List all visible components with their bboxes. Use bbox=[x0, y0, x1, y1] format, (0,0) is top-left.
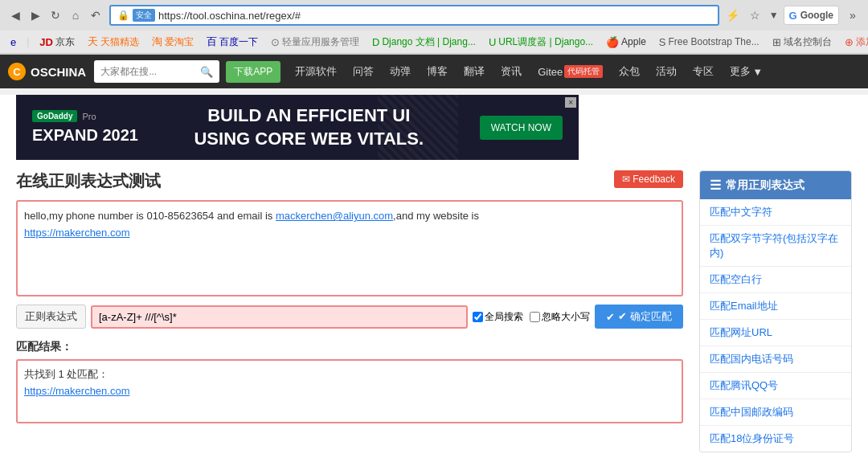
nav-buttons: ◀ ▶ ↻ ⌂ ↶ bbox=[6, 6, 104, 24]
bookmark-django[interactable]: D Django 文档 | Djang... bbox=[368, 34, 480, 51]
match-button[interactable]: ✔ ✔ 确定匹配 bbox=[595, 305, 683, 329]
oschina-logo[interactable]: C OSCHINA bbox=[8, 63, 86, 80]
text-input-area[interactable]: hello,my phone number is 010-85623654 an… bbox=[16, 200, 683, 296]
bookmark-tmall[interactable]: 天 天猫精选 bbox=[84, 33, 143, 51]
history-button[interactable]: ↶ bbox=[87, 6, 104, 24]
case-sensitive-checkbox[interactable] bbox=[530, 312, 540, 322]
bookmark-apple-label: Apple bbox=[621, 36, 646, 47]
global-search-checkbox[interactable] bbox=[473, 312, 483, 322]
browser-chrome: ◀ ▶ ↻ ⌂ ↶ 🔒 安全 ⚡ ☆ ▼ G Google » e | JD 京… bbox=[0, 0, 868, 55]
bookmark-ie[interactable]: e bbox=[6, 35, 20, 50]
regex-input[interactable] bbox=[91, 305, 468, 329]
jd-icon: JD bbox=[39, 36, 53, 48]
tool-left: 在线正则表达式测试 ✉ Feedback hello,my phone numb… bbox=[16, 170, 683, 452]
result-label: 匹配结果： bbox=[16, 340, 683, 354]
bookmark-domain-label: 域名控制台 bbox=[784, 35, 832, 49]
list-icon: ☰ bbox=[710, 178, 721, 193]
global-search-label[interactable]: 全局搜索 bbox=[473, 310, 523, 324]
bookmark-decrypt[interactable]: ⊕ 添加解析已急...解析... bbox=[841, 34, 868, 51]
regex-row: 正则表达式 全局搜索 忽略大小写 ✔ ✔ 确定匹配 bbox=[16, 305, 683, 329]
lock-icon: 🔒 bbox=[117, 10, 129, 21]
bookmark-decrypt-label: 添加解析已急...解析... bbox=[856, 35, 868, 49]
more-button[interactable]: » bbox=[844, 6, 862, 24]
checkmark-icon: ✔ bbox=[606, 311, 615, 323]
bookmark-baidu[interactable]: 百 百度一下 bbox=[203, 33, 262, 51]
regex-item-4[interactable]: 匹配网址URL bbox=[700, 320, 851, 346]
nav-tweet[interactable]: 动弹 bbox=[382, 55, 419, 88]
nav-opensource[interactable]: 开源软件 bbox=[287, 55, 345, 88]
result-match[interactable]: https://makerchen.com bbox=[24, 385, 675, 397]
regex-item-3[interactable]: 匹配Email地址 bbox=[700, 293, 851, 320]
oschina-search-box[interactable]: 🔍 bbox=[94, 60, 219, 83]
lightning-button[interactable]: ⚡ bbox=[724, 6, 742, 24]
regex-item-2[interactable]: 匹配空白行 bbox=[700, 267, 851, 293]
bookmark-cou[interactable]: ⊙ 轻量应用服务管理 bbox=[267, 34, 363, 51]
bookmark-django-label: Django 文档 | Djang... bbox=[382, 35, 476, 49]
back-button[interactable]: ◀ bbox=[6, 6, 24, 24]
bookmark-jd[interactable]: JD 京东 bbox=[35, 34, 79, 51]
pro-label: Pro bbox=[82, 112, 96, 121]
bookmark-url[interactable]: U URL调度器 | Django... bbox=[485, 34, 597, 51]
nav-more[interactable]: 更多 ▼ bbox=[722, 55, 771, 88]
regex-item-7[interactable]: 匹配中国邮政编码 bbox=[700, 399, 851, 426]
email-link[interactable]: mackerchen@aliyun.com bbox=[276, 210, 393, 222]
watch-now-button[interactable]: WATCH NOW bbox=[480, 116, 563, 140]
nav-gitee[interactable]: Gitee 代码托管 bbox=[530, 55, 611, 88]
url-bookmark-icon: U bbox=[489, 36, 496, 48]
forward-button[interactable]: ▶ bbox=[27, 6, 44, 24]
regex-item-5[interactable]: 匹配国内电话号码 bbox=[700, 346, 851, 373]
taobao-icon: 淘 bbox=[152, 35, 162, 49]
nav-events[interactable]: 活动 bbox=[648, 55, 685, 88]
regex-item-0[interactable]: 匹配中文字符 bbox=[700, 199, 851, 226]
bookmark-apple[interactable]: 🍎 Apple bbox=[602, 35, 650, 50]
bookmark-url-label: URL调度器 | Django... bbox=[498, 35, 593, 49]
google-search[interactable]: G Google bbox=[784, 6, 839, 25]
tool-title: 在线正则表达式测试 bbox=[16, 170, 161, 192]
nav-news[interactable]: 资讯 bbox=[493, 55, 530, 88]
google-icon: G bbox=[789, 10, 797, 22]
browser-toolbar: ◀ ▶ ↻ ⌂ ↶ 🔒 安全 ⚡ ☆ ▼ G Google » bbox=[0, 0, 868, 31]
oschina-c-icon: C bbox=[8, 63, 26, 80]
cou-icon: ⊙ bbox=[271, 36, 280, 48]
panel-title: 常用正则表达式 bbox=[726, 178, 805, 193]
website-link[interactable]: https://makerchen.com bbox=[24, 227, 130, 239]
ad-expand: EXPAND 2021 bbox=[32, 126, 138, 145]
home-button[interactable]: ⌂ bbox=[67, 6, 84, 24]
bookmark-bootstrap[interactable]: S Free Bootstrap The... bbox=[655, 35, 764, 50]
oschina-search-input[interactable] bbox=[100, 66, 197, 77]
regex-label: 正则表达式 bbox=[16, 305, 86, 329]
case-sensitive-label[interactable]: 忽略大小写 bbox=[530, 310, 590, 324]
bookmark-bootstrap-label: Free Bootstrap The... bbox=[668, 36, 759, 47]
regex-item-1[interactable]: 匹配双字节字符(包括汉字在内) bbox=[700, 226, 851, 267]
code-badge: 代码托管 bbox=[564, 65, 603, 78]
regex-item-8[interactable]: 匹配18位身份证号 bbox=[700, 426, 851, 452]
nav-special[interactable]: 专区 bbox=[685, 55, 722, 88]
google-label: Google bbox=[800, 10, 833, 21]
nav-crowdsource[interactable]: 众包 bbox=[611, 55, 648, 88]
ad-close-button[interactable]: × bbox=[565, 97, 576, 108]
regex-item-6[interactable]: 匹配腾讯QQ号 bbox=[700, 373, 851, 399]
nav-links: 开源软件 问答 动弹 博客 翻译 资讯 Gitee 代码托管 众包 活动 专区 … bbox=[287, 55, 771, 88]
nav-blog[interactable]: 博客 bbox=[419, 55, 456, 88]
result-box: 共找到 1 处匹配： https://makerchen.com bbox=[16, 359, 683, 423]
panel-header: ☰ 常用正则表达式 bbox=[700, 171, 851, 199]
url-input[interactable] bbox=[158, 10, 711, 22]
domain-icon: ⊞ bbox=[772, 36, 781, 48]
nav-translate[interactable]: 翻译 bbox=[456, 55, 493, 88]
ad-banner: × GoDaddy Pro EXPAND 2021 BUILD AN EFFIC… bbox=[16, 95, 579, 160]
star-toggle: ▼ bbox=[769, 10, 779, 21]
feedback-button[interactable]: ✉ Feedback bbox=[614, 170, 683, 188]
bookmark-baidu-label: 百度一下 bbox=[219, 35, 258, 49]
bookmark-taobao[interactable]: 淘 爱淘宝 bbox=[148, 33, 198, 51]
address-bar[interactable]: 🔒 安全 bbox=[109, 5, 719, 26]
search-icon: 🔍 bbox=[200, 66, 213, 78]
refresh-button[interactable]: ↻ bbox=[47, 6, 64, 24]
tmall-icon: 天 bbox=[88, 35, 98, 49]
bookmark-tmall-label: 天猫精选 bbox=[100, 35, 139, 49]
star-button[interactable]: ☆ bbox=[747, 6, 764, 24]
godaddy-logo: GoDaddy bbox=[32, 110, 77, 122]
nav-qa[interactable]: 问答 bbox=[345, 55, 382, 88]
apple-icon: 🍎 bbox=[606, 36, 619, 48]
download-app-button[interactable]: 下载APP bbox=[226, 61, 280, 83]
bookmark-domain[interactable]: ⊞ 域名控制台 bbox=[768, 34, 836, 51]
